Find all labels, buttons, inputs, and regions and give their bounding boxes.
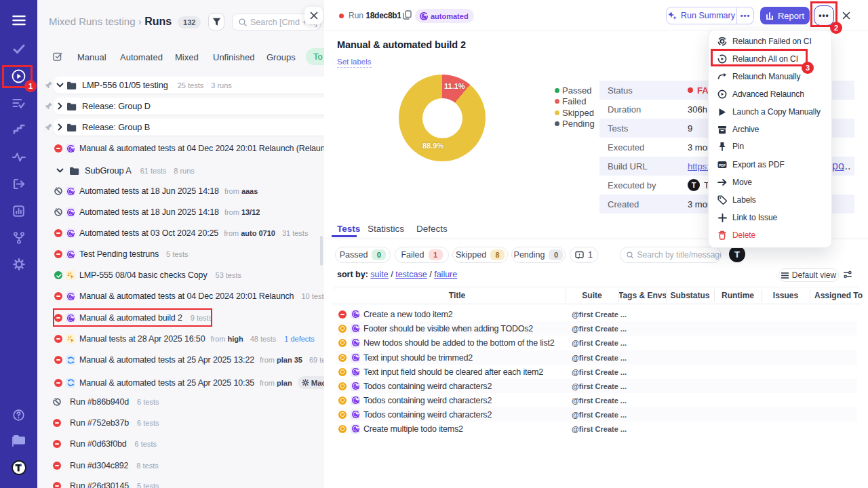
svg-text:PDF: PDF <box>719 163 726 167</box>
